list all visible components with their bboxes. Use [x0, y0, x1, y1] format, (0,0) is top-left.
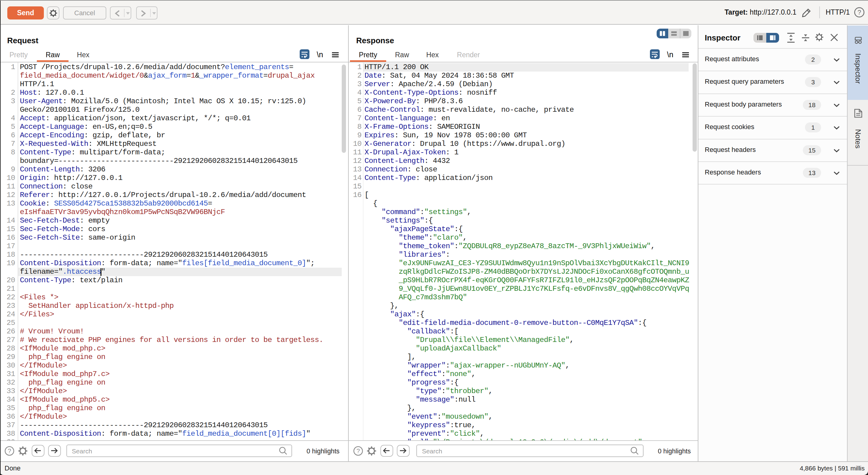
- svg-text:?: ?: [8, 448, 11, 454]
- svg-text:?: ?: [356, 448, 360, 454]
- svg-text:?: ?: [858, 9, 861, 16]
